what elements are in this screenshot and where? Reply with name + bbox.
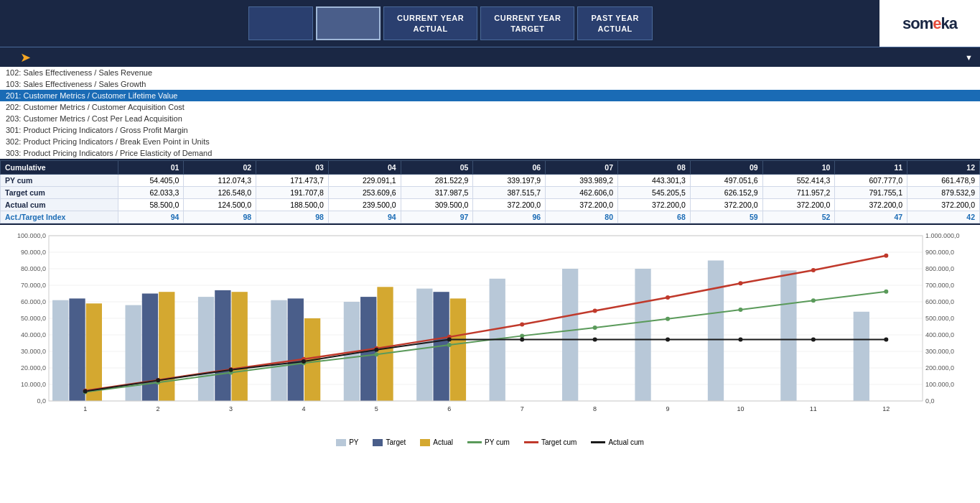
table-row-label: Act./Target Index: [1, 211, 118, 223]
table-header: 01: [118, 161, 184, 175]
py-bar: [780, 270, 796, 401]
legend-label: Target cum: [541, 438, 577, 446]
table-row-label: Target cum: [1, 187, 118, 199]
svg-text:1.000.000,0: 1.000.000,0: [925, 232, 960, 239]
logo: someka: [879, 0, 980, 47]
table-cell: 497.051,6: [690, 175, 762, 187]
current-year-target-button[interactable]: CURRENT YEARTARGET: [480, 6, 574, 40]
kpi-list-item[interactable]: 103: Sales Effectiveness / Sales Growth: [0, 78, 980, 90]
table-header: 03: [256, 161, 329, 175]
kpi-list-item[interactable]: 302: Product Pricing Indicators / Break …: [0, 136, 980, 147]
table-row-label: Actual cum: [1, 199, 118, 211]
svg-text:700.000,0: 700.000,0: [925, 282, 954, 289]
table-row: Actual cum58.500,0124.500,0188.500,0239.…: [1, 199, 980, 211]
table-cell: 94: [118, 211, 184, 223]
table-cell: 239.500,0: [328, 199, 401, 211]
svg-text:30.000,0: 30.000,0: [21, 348, 46, 355]
table-cell: 80: [546, 211, 618, 223]
current-year-actual-button[interactable]: CURRENT YEARACTUAL: [383, 6, 477, 40]
dropdown-arrow-icon[interactable]: ▼: [958, 53, 980, 62]
legend-label: Actual: [433, 438, 453, 446]
legend-label: Actual cum: [608, 438, 643, 446]
past-year-actual-button[interactable]: PAST YEARACTUAL: [577, 6, 652, 40]
kpi-list-item[interactable]: 301: Product Pricing Indicators / Gross …: [0, 124, 980, 136]
header-title: [0, 17, 22, 30]
legend-icon: [373, 439, 383, 446]
table-cell: 626.152,9: [690, 187, 762, 199]
svg-point-34: [884, 254, 888, 258]
table-row: Target cum62.033,3126.548,0191.707,8253.…: [1, 187, 980, 199]
legend-icon: [420, 439, 430, 446]
arrow-icon: ➤: [20, 50, 31, 65]
target-bar: [288, 298, 304, 401]
table-cell: 372.200,0: [690, 199, 762, 211]
actual-bar: [159, 292, 174, 401]
svg-point-39: [374, 348, 378, 352]
table-row: Act./Target Index94989894979680685952474…: [1, 211, 980, 223]
table-cell: 372.200,0: [907, 199, 980, 211]
svg-text:9: 9: [666, 405, 670, 412]
legend-item: Target cum: [524, 438, 577, 446]
svg-text:50.000,0: 50.000,0: [21, 315, 46, 322]
dashboard-button[interactable]: [248, 6, 313, 40]
svg-text:600.000,0: 600.000,0: [925, 298, 954, 305]
svg-point-30: [593, 309, 597, 313]
svg-text:10: 10: [737, 405, 744, 412]
table-header: Cumulative: [1, 161, 118, 175]
nav-buttons: CURRENT YEARACTUAL CURRENT YEARTARGET PA…: [22, 6, 879, 40]
svg-text:200.000,0: 200.000,0: [925, 364, 954, 372]
svg-point-32: [738, 281, 742, 285]
table-cell: 711.957,2: [762, 187, 835, 199]
legend-label: PY cum: [485, 438, 510, 446]
kpi-list-item[interactable]: 303: Product Pricing Indicators / Price …: [0, 147, 980, 159]
py-bar: [854, 312, 869, 401]
actual-bar: [377, 287, 393, 401]
table-cell: 42: [907, 211, 980, 223]
target-bar: [215, 290, 230, 401]
table-cell: 791.755,1: [835, 187, 907, 199]
table-cell: 253.609,6: [328, 187, 401, 199]
header: CURRENT YEARACTUAL CURRENT YEARTARGET PA…: [0, 0, 980, 47]
svg-point-43: [666, 337, 670, 341]
svg-text:90.000,0: 90.000,0: [21, 249, 46, 256]
data-table-container: Cumulative010203040506070809101112PY cum…: [0, 160, 980, 223]
legend-icon: [336, 439, 346, 446]
svg-text:20.000,0: 20.000,0: [21, 364, 46, 372]
table-cell: 96: [473, 211, 546, 223]
charts-button[interactable]: [316, 6, 381, 40]
svg-point-16: [447, 343, 452, 347]
table-header: 09: [690, 161, 762, 175]
table-cell: 188.500,0: [256, 199, 329, 211]
svg-point-33: [811, 268, 816, 272]
svg-point-31: [666, 295, 670, 300]
table-cell: 309.500,0: [401, 199, 473, 211]
table-cell: 124.500,0: [184, 199, 256, 211]
kpi-list-item[interactable]: 201: Customer Metrics / Customer Lifetim…: [0, 90, 980, 101]
table-header: 08: [618, 161, 691, 175]
py-bar: [198, 297, 214, 401]
svg-text:4: 4: [302, 405, 305, 412]
table-cell: 191.707,8: [256, 187, 329, 199]
py-bar: [635, 269, 650, 401]
table-cell: 112.074,3: [184, 175, 256, 187]
svg-text:70.000,0: 70.000,0: [21, 282, 46, 289]
chart-legend: PYTargetActualPY cumTarget cumActual cum: [0, 435, 980, 448]
table-cell: 607.777,0: [835, 175, 907, 187]
kpi-list-item[interactable]: 102: Sales Effectiveness / Sales Revenue: [0, 67, 980, 78]
svg-text:12: 12: [882, 405, 890, 412]
kpi-list-item[interactable]: 202: Customer Metrics / Customer Acquisi…: [0, 101, 980, 113]
svg-point-15: [374, 352, 378, 356]
kpi-list-item[interactable]: 203: Customer Metrics / Cost Per Lead Ac…: [0, 113, 980, 124]
svg-text:8: 8: [593, 405, 597, 412]
table-header: 12: [907, 161, 980, 175]
svg-point-41: [520, 337, 524, 341]
svg-text:100.000,0: 100.000,0: [925, 381, 954, 388]
kpi-selector-bar: ➤ ▼: [0, 47, 980, 67]
svg-point-20: [738, 308, 742, 312]
svg-text:400.000,0: 400.000,0: [925, 331, 954, 338]
table-cell: 339.197,9: [473, 175, 546, 187]
svg-text:11: 11: [810, 405, 817, 412]
legend-item: PY: [336, 438, 358, 446]
legend-item: Target: [373, 438, 406, 446]
legend-icon: [524, 441, 538, 443]
